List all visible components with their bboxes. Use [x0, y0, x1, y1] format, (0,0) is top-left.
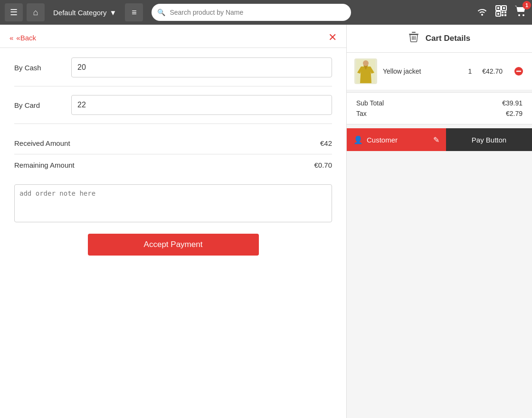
svg-rect-6 [502, 11, 504, 13]
search-icon: 🔍 [157, 9, 165, 16]
menu-icon: ☰ [10, 7, 18, 18]
svg-point-10 [518, 14, 520, 16]
remove-item-button[interactable] [513, 66, 524, 77]
customer-button[interactable]: 👤 Customer ✎ [347, 128, 446, 151]
qr-icon[interactable] [495, 5, 507, 20]
item-name: Yellow jacket [383, 67, 462, 75]
cart-item: Yellow jacket 1 €42.70 [347, 53, 532, 90]
subtotal-value: €39.91 [502, 99, 522, 107]
chevron-down-icon: ▼ [110, 9, 117, 17]
received-amount-value: €42 [320, 139, 332, 147]
svg-rect-3 [503, 7, 505, 9]
cart-icon[interactable]: 1 [514, 5, 527, 20]
pay-button[interactable]: Pay Button [446, 128, 532, 151]
category-dropdown[interactable]: Default Category ▼ [48, 6, 121, 19]
subtotal-row: Sub Total €39.91 [356, 99, 522, 107]
home-button[interactable]: ⌂ [27, 3, 45, 21]
remaining-amount-label: Remaining Amount [14, 161, 75, 169]
cash-label: By Cash [14, 64, 71, 72]
right-panel: Cart Details [347, 25, 532, 418]
cart-items-list: Yellow jacket 1 €42.70 [347, 53, 532, 90]
back-label: «Back [16, 34, 36, 42]
svg-rect-5 [497, 13, 499, 15]
edit-icon: ✎ [433, 135, 439, 144]
subtotal-label: Sub Total [356, 99, 384, 107]
back-arrow-icon: « [10, 34, 13, 42]
back-row: « «Back ✕ [0, 25, 346, 48]
totals-section: Sub Total €39.91 Tax €2.79 [347, 92, 532, 124]
svg-rect-9 [504, 14, 506, 16]
card-label: By Card [14, 101, 71, 109]
person-icon: 👤 [353, 135, 363, 144]
wifi-icon[interactable] [476, 6, 488, 19]
back-link[interactable]: « «Back [10, 34, 36, 42]
item-price: €42.70 [482, 67, 503, 75]
search-input[interactable] [152, 4, 351, 21]
header: ☰ ⌂ Default Category ▼ ≡ 🔍 [0, 0, 532, 25]
svg-rect-8 [502, 14, 504, 16]
accept-payment-button[interactable]: Accept Payment [88, 234, 259, 256]
search-container: 🔍 [152, 4, 351, 21]
card-row: By Card [14, 95, 332, 124]
cart-header: Cart Details [347, 25, 532, 53]
list-icon: ≡ [132, 8, 137, 18]
pay-label: Pay Button [472, 136, 506, 144]
trash-icon[interactable] [408, 31, 419, 46]
tax-label: Tax [356, 110, 367, 117]
list-view-button[interactable]: ≡ [125, 3, 143, 21]
home-icon: ⌂ [33, 8, 38, 18]
tax-row: Tax €2.79 [356, 110, 522, 117]
remaining-amount-row: Remaining Amount €0.70 [14, 154, 332, 176]
close-icon[interactable]: ✕ [328, 32, 337, 43]
payment-form: By Cash By Card Received Amount €42 Rema… [0, 48, 346, 265]
menu-button[interactable]: ☰ [5, 3, 23, 21]
cash-input[interactable] [71, 57, 332, 77]
card-input[interactable] [71, 95, 332, 115]
received-amount-label: Received Amount [14, 139, 70, 147]
category-label: Default Category [53, 9, 107, 17]
bottom-buttons: 👤 Customer ✎ Pay Button [347, 128, 532, 151]
cart-badge: 1 [522, 1, 531, 10]
accept-payment-label: Accept Payment [144, 240, 203, 249]
svg-rect-13 [412, 32, 416, 33]
main-layout: « «Back ✕ By Cash By Card Received Amoun… [0, 25, 532, 418]
remaining-amount-value: €0.70 [314, 161, 332, 169]
svg-point-18 [363, 60, 369, 66]
item-qty: 1 [468, 67, 472, 75]
cart-title: Cart Details [426, 34, 470, 43]
order-note-input[interactable] [14, 184, 332, 222]
left-panel: « «Back ✕ By Cash By Card Received Amoun… [0, 25, 347, 418]
received-amount-row: Received Amount €42 [14, 133, 332, 154]
item-image [354, 58, 377, 84]
svg-rect-1 [497, 7, 499, 9]
tax-value: €2.79 [506, 110, 522, 117]
svg-point-11 [522, 14, 524, 16]
svg-rect-7 [504, 11, 506, 13]
header-right: 1 [476, 5, 527, 20]
cash-row: By Cash [14, 57, 332, 86]
customer-label: Customer [367, 136, 398, 144]
